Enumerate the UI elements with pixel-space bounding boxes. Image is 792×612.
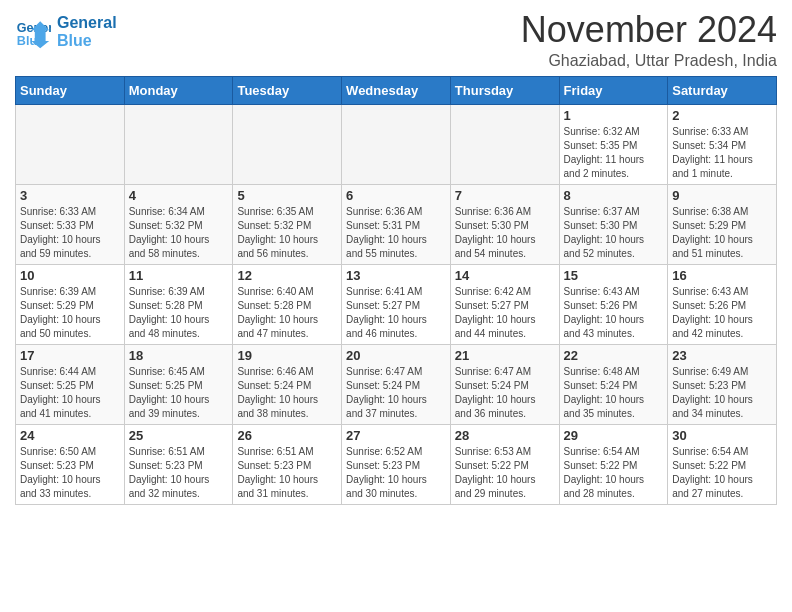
calendar-day-cell: 26Sunrise: 6:51 AM Sunset: 5:23 PM Dayli… (233, 424, 342, 504)
calendar-day-cell: 23Sunrise: 6:49 AM Sunset: 5:23 PM Dayli… (668, 344, 777, 424)
logo: General Blue General Blue (15, 14, 117, 50)
weekday-header: Saturday (668, 76, 777, 104)
day-info: Sunrise: 6:41 AM Sunset: 5:27 PM Dayligh… (346, 285, 446, 341)
calendar-day-cell (124, 104, 233, 184)
day-info: Sunrise: 6:51 AM Sunset: 5:23 PM Dayligh… (129, 445, 229, 501)
weekday-header: Monday (124, 76, 233, 104)
calendar-day-cell: 3Sunrise: 6:33 AM Sunset: 5:33 PM Daylig… (16, 184, 125, 264)
day-number: 5 (237, 188, 337, 203)
day-info: Sunrise: 6:33 AM Sunset: 5:34 PM Dayligh… (672, 125, 772, 181)
calendar-day-cell: 18Sunrise: 6:45 AM Sunset: 5:25 PM Dayli… (124, 344, 233, 424)
day-number: 26 (237, 428, 337, 443)
day-info: Sunrise: 6:43 AM Sunset: 5:26 PM Dayligh… (672, 285, 772, 341)
calendar-day-cell: 6Sunrise: 6:36 AM Sunset: 5:31 PM Daylig… (342, 184, 451, 264)
calendar-day-cell: 22Sunrise: 6:48 AM Sunset: 5:24 PM Dayli… (559, 344, 668, 424)
day-info: Sunrise: 6:36 AM Sunset: 5:31 PM Dayligh… (346, 205, 446, 261)
day-number: 14 (455, 268, 555, 283)
logo-text-general: General (57, 14, 117, 32)
day-number: 16 (672, 268, 772, 283)
calendar-day-cell: 21Sunrise: 6:47 AM Sunset: 5:24 PM Dayli… (450, 344, 559, 424)
day-info: Sunrise: 6:44 AM Sunset: 5:25 PM Dayligh… (20, 365, 120, 421)
day-info: Sunrise: 6:53 AM Sunset: 5:22 PM Dayligh… (455, 445, 555, 501)
calendar-day-cell: 13Sunrise: 6:41 AM Sunset: 5:27 PM Dayli… (342, 264, 451, 344)
day-info: Sunrise: 6:51 AM Sunset: 5:23 PM Dayligh… (237, 445, 337, 501)
month-title: November 2024 (521, 10, 777, 50)
calendar-day-cell: 4Sunrise: 6:34 AM Sunset: 5:32 PM Daylig… (124, 184, 233, 264)
logo-text-blue: Blue (57, 32, 117, 50)
calendar-table: SundayMondayTuesdayWednesdayThursdayFrid… (15, 76, 777, 505)
calendar-day-cell: 30Sunrise: 6:54 AM Sunset: 5:22 PM Dayli… (668, 424, 777, 504)
day-number: 21 (455, 348, 555, 363)
day-info: Sunrise: 6:43 AM Sunset: 5:26 PM Dayligh… (564, 285, 664, 341)
day-info: Sunrise: 6:52 AM Sunset: 5:23 PM Dayligh… (346, 445, 446, 501)
day-info: Sunrise: 6:39 AM Sunset: 5:29 PM Dayligh… (20, 285, 120, 341)
weekday-header: Tuesday (233, 76, 342, 104)
calendar-day-cell (450, 104, 559, 184)
day-number: 25 (129, 428, 229, 443)
day-number: 11 (129, 268, 229, 283)
day-info: Sunrise: 6:38 AM Sunset: 5:29 PM Dayligh… (672, 205, 772, 261)
calendar-day-cell: 1Sunrise: 6:32 AM Sunset: 5:35 PM Daylig… (559, 104, 668, 184)
location-subtitle: Ghaziabad, Uttar Pradesh, India (521, 52, 777, 70)
calendar-day-cell: 24Sunrise: 6:50 AM Sunset: 5:23 PM Dayli… (16, 424, 125, 504)
weekday-header: Friday (559, 76, 668, 104)
calendar-week-row: 1Sunrise: 6:32 AM Sunset: 5:35 PM Daylig… (16, 104, 777, 184)
day-number: 20 (346, 348, 446, 363)
day-number: 28 (455, 428, 555, 443)
day-info: Sunrise: 6:54 AM Sunset: 5:22 PM Dayligh… (564, 445, 664, 501)
day-info: Sunrise: 6:35 AM Sunset: 5:32 PM Dayligh… (237, 205, 337, 261)
day-info: Sunrise: 6:36 AM Sunset: 5:30 PM Dayligh… (455, 205, 555, 261)
day-number: 23 (672, 348, 772, 363)
calendar-day-cell: 7Sunrise: 6:36 AM Sunset: 5:30 PM Daylig… (450, 184, 559, 264)
day-number: 22 (564, 348, 664, 363)
day-info: Sunrise: 6:54 AM Sunset: 5:22 PM Dayligh… (672, 445, 772, 501)
day-number: 24 (20, 428, 120, 443)
page-header: General Blue General Blue November 2024 … (15, 10, 777, 70)
day-info: Sunrise: 6:45 AM Sunset: 5:25 PM Dayligh… (129, 365, 229, 421)
calendar-day-cell: 9Sunrise: 6:38 AM Sunset: 5:29 PM Daylig… (668, 184, 777, 264)
calendar-day-cell (233, 104, 342, 184)
calendar-day-cell: 20Sunrise: 6:47 AM Sunset: 5:24 PM Dayli… (342, 344, 451, 424)
day-info: Sunrise: 6:42 AM Sunset: 5:27 PM Dayligh… (455, 285, 555, 341)
day-number: 4 (129, 188, 229, 203)
day-number: 29 (564, 428, 664, 443)
calendar-day-cell: 17Sunrise: 6:44 AM Sunset: 5:25 PM Dayli… (16, 344, 125, 424)
calendar-day-cell: 2Sunrise: 6:33 AM Sunset: 5:34 PM Daylig… (668, 104, 777, 184)
day-number: 15 (564, 268, 664, 283)
day-number: 9 (672, 188, 772, 203)
calendar-day-cell: 12Sunrise: 6:40 AM Sunset: 5:28 PM Dayli… (233, 264, 342, 344)
calendar-week-row: 17Sunrise: 6:44 AM Sunset: 5:25 PM Dayli… (16, 344, 777, 424)
day-info: Sunrise: 6:33 AM Sunset: 5:33 PM Dayligh… (20, 205, 120, 261)
day-info: Sunrise: 6:34 AM Sunset: 5:32 PM Dayligh… (129, 205, 229, 261)
weekday-header: Thursday (450, 76, 559, 104)
calendar-week-row: 3Sunrise: 6:33 AM Sunset: 5:33 PM Daylig… (16, 184, 777, 264)
weekday-header: Sunday (16, 76, 125, 104)
day-number: 27 (346, 428, 446, 443)
day-number: 1 (564, 108, 664, 123)
title-block: November 2024 Ghaziabad, Uttar Pradesh, … (521, 10, 777, 70)
weekday-header: Wednesday (342, 76, 451, 104)
calendar-day-cell: 29Sunrise: 6:54 AM Sunset: 5:22 PM Dayli… (559, 424, 668, 504)
day-number: 3 (20, 188, 120, 203)
day-number: 12 (237, 268, 337, 283)
day-info: Sunrise: 6:39 AM Sunset: 5:28 PM Dayligh… (129, 285, 229, 341)
day-number: 6 (346, 188, 446, 203)
calendar-day-cell: 11Sunrise: 6:39 AM Sunset: 5:28 PM Dayli… (124, 264, 233, 344)
day-info: Sunrise: 6:40 AM Sunset: 5:28 PM Dayligh… (237, 285, 337, 341)
calendar-day-cell: 5Sunrise: 6:35 AM Sunset: 5:32 PM Daylig… (233, 184, 342, 264)
day-info: Sunrise: 6:32 AM Sunset: 5:35 PM Dayligh… (564, 125, 664, 181)
calendar-day-cell (16, 104, 125, 184)
day-number: 19 (237, 348, 337, 363)
day-number: 30 (672, 428, 772, 443)
calendar-day-cell: 27Sunrise: 6:52 AM Sunset: 5:23 PM Dayli… (342, 424, 451, 504)
day-number: 17 (20, 348, 120, 363)
calendar-day-cell (342, 104, 451, 184)
day-info: Sunrise: 6:47 AM Sunset: 5:24 PM Dayligh… (455, 365, 555, 421)
day-info: Sunrise: 6:48 AM Sunset: 5:24 PM Dayligh… (564, 365, 664, 421)
logo-icon: General Blue (15, 14, 51, 50)
day-info: Sunrise: 6:37 AM Sunset: 5:30 PM Dayligh… (564, 205, 664, 261)
calendar-day-cell: 15Sunrise: 6:43 AM Sunset: 5:26 PM Dayli… (559, 264, 668, 344)
calendar-week-row: 10Sunrise: 6:39 AM Sunset: 5:29 PM Dayli… (16, 264, 777, 344)
calendar-header-row: SundayMondayTuesdayWednesdayThursdayFrid… (16, 76, 777, 104)
day-number: 8 (564, 188, 664, 203)
